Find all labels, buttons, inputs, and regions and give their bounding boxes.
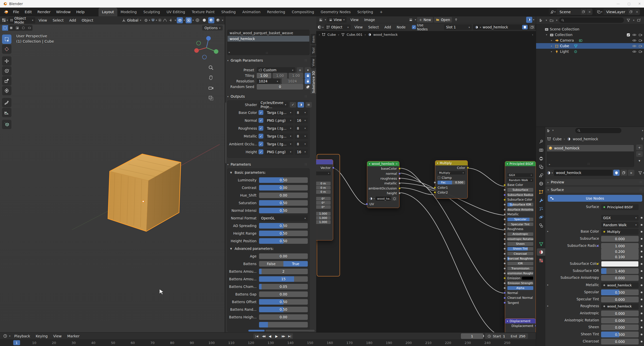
anisotropic-rotation-socket[interactable] <box>504 238 506 240</box>
shading-rendered-icon[interactable] <box>215 17 221 23</box>
ambientocclusion-socket[interactable] <box>398 187 401 189</box>
item-label[interactable]: Light <box>560 49 569 54</box>
menu-view[interactable]: View <box>36 17 50 23</box>
subsurface-ior-socket[interactable] <box>504 203 506 206</box>
viewlayer-remove-button[interactable]: × <box>634 9 640 15</box>
render-visibility-icon[interactable] <box>639 39 642 42</box>
animate-dot[interactable] <box>641 305 642 307</box>
scene-copy-button[interactable] <box>580 9 586 15</box>
random-seed-field[interactable]: 0 <box>257 84 303 90</box>
parameters-header[interactable]: ▾Parameters∷ <box>227 162 310 166</box>
breadcrumb-mesh[interactable]: Cube.001 <box>347 33 363 37</box>
mapping-rot-field[interactable]: 0° <box>316 197 331 201</box>
slot-name[interactable]: wood_hemlock <box>554 146 579 150</box>
wood-hemlock-group-node[interactable]: ▾wood_hemlock baseColornormalroughnessme… <box>367 161 399 208</box>
workspace-tab-layout[interactable]: Layout <box>99 8 117 16</box>
output-depth-dropdown[interactable]: 8▾ <box>295 133 308 139</box>
output-format-dropdown[interactable]: Targa (.tg...▾ <box>265 126 293 131</box>
material-filter-icon[interactable] <box>638 171 642 175</box>
resolution-x-dropdown[interactable]: 1024▾ <box>257 78 280 84</box>
tiling-x-field[interactable]: 1.00 <box>257 73 271 78</box>
jump-end-button[interactable]: ▶| <box>286 333 293 339</box>
properties-tab-particles[interactable] <box>537 205 545 212</box>
outliner-item-light[interactable]: ▸ Light <box>536 49 644 54</box>
color-swatch[interactable] <box>601 261 639 267</box>
output-depth-dropdown[interactable]: 8▾ <box>295 141 308 147</box>
param-toggle[interactable]: FalseTrue <box>259 261 308 267</box>
param-group-header[interactable]: ▼Basic parameters: <box>228 169 309 176</box>
fac-slider[interactable]: Fac0.500 <box>438 181 465 184</box>
animate-dot[interactable] <box>641 263 642 265</box>
param-slider[interactable]: 0.50 <box>259 177 308 183</box>
tool-measure[interactable] <box>2 108 11 117</box>
mapping-scale-field[interactable]: 1.000 <box>316 212 331 216</box>
mode-dropdown[interactable]: Object Mode▾ <box>8 17 35 23</box>
fac-socket[interactable] <box>434 181 436 184</box>
transmission-roughn-socket[interactable] <box>504 272 506 274</box>
material-list-item[interactable]: wood_hemlock <box>228 36 309 42</box>
output-checkbox[interactable]: ✓ <box>259 149 263 154</box>
animate-dot[interactable] <box>641 217 642 219</box>
menu-object[interactable]: Object <box>79 17 96 23</box>
mapping-rot-field[interactable]: 0° <box>316 205 331 209</box>
workspace-tab-animation[interactable]: Animation <box>239 8 264 16</box>
visibility-eye-icon[interactable] <box>632 50 636 53</box>
next-keyframe-button[interactable]: ▶▶ <box>280 333 286 339</box>
material-copy-icon[interactable] <box>529 25 535 29</box>
properties-tab-output[interactable] <box>537 155 545 162</box>
mapping-rot-field[interactable]: 0° <box>316 201 331 205</box>
properties-tab-material[interactable] <box>537 248 545 256</box>
workspace-tab-modeling[interactable]: Modeling <box>117 8 140 16</box>
output-format-dropdown[interactable]: PNG (.png)▾ <box>265 118 293 123</box>
mapping-loc-field[interactable]: 0 m <box>316 186 331 190</box>
preset-menu-button[interactable]: ▾ <box>305 67 311 73</box>
tangent-socket[interactable] <box>504 302 506 304</box>
specular-tint-socket[interactable] <box>504 223 506 226</box>
properties-tab-object[interactable] <box>537 188 545 196</box>
subsurface-anisotropy-socket[interactable] <box>504 209 506 211</box>
animate-dot[interactable] <box>641 224 642 226</box>
workspace-tab-compositing[interactable]: Compositing <box>288 8 317 16</box>
item-label[interactable]: Cube <box>560 44 569 48</box>
slots-grip[interactable]: ∷ <box>588 162 590 166</box>
animate-dot[interactable] <box>641 231 642 233</box>
output-checkbox[interactable]: ✓ <box>259 126 263 131</box>
param-field[interactable]: 0.00 <box>259 314 308 320</box>
properties-search-input[interactable] <box>575 128 621 133</box>
jump-start-button[interactable]: |◀ <box>253 333 260 339</box>
surface-panel-header[interactable]: ▾Surface∷ <box>545 187 644 193</box>
image-editor-type-icon[interactable] <box>318 17 324 23</box>
outliner-filter-icon[interactable] <box>625 17 632 23</box>
panel-hscrollbar-track[interactable] <box>265 330 315 332</box>
param-slider[interactable]: 0.00 <box>259 185 308 191</box>
tiling-y-field[interactable]: 1.00 <box>273 73 287 78</box>
breadcrumb-object[interactable]: Cube <box>327 33 336 37</box>
perspective-toggle-icon[interactable] <box>208 95 214 101</box>
animate-dot[interactable] <box>641 320 642 321</box>
viewlayer-selector[interactable]: ▾ ViewLayer × <box>595 9 640 15</box>
properties-tab-constraints[interactable] <box>537 222 545 229</box>
normal-socket[interactable] <box>504 292 506 294</box>
image-open-button[interactable]: Open <box>434 17 452 23</box>
crumb-material[interactable]: wood_hemlock <box>573 137 598 141</box>
group-image-name[interactable]: wood_he... <box>376 197 391 201</box>
window-controls[interactable]: —▢✕ <box>617 2 641 6</box>
breadcrumb-material[interactable]: wood_hemlock <box>373 33 398 37</box>
properties-tab-scene[interactable] <box>537 171 545 179</box>
displacement-out-socket[interactable] <box>535 325 536 327</box>
clearcoat-roughness-socket[interactable] <box>504 257 506 260</box>
shader-apply-check-icon[interactable]: ✓ <box>290 102 296 108</box>
roughness-socket[interactable] <box>504 228 506 230</box>
slot-remove-button[interactable]: − <box>636 151 643 157</box>
outliner-filter-collection-icon[interactable] <box>549 17 555 23</box>
animate-dot[interactable] <box>641 238 642 240</box>
show-gizmo-icon[interactable] <box>168 17 174 23</box>
outliner-display-mode-icon[interactable] <box>538 17 544 23</box>
vector-socket[interactable] <box>332 167 334 169</box>
uv-socket[interactable] <box>366 203 368 205</box>
mapping-scale-field[interactable]: 1.000 <box>316 220 331 224</box>
visibility-eye-icon[interactable] <box>632 39 636 42</box>
color-swatch[interactable] <box>534 198 534 201</box>
color-swatch[interactable] <box>522 276 533 280</box>
image-browse-icon[interactable] <box>408 17 414 23</box>
